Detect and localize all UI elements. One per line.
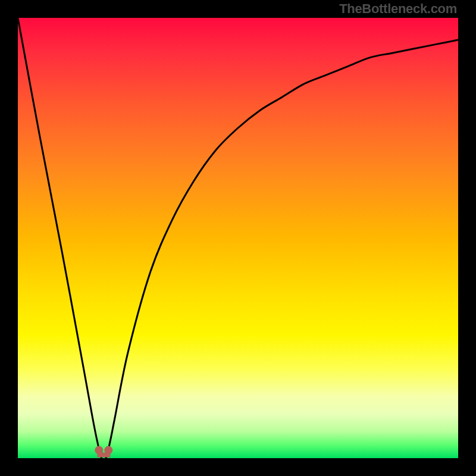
- watermark-label: TheBottleneck.com: [339, 1, 457, 17]
- chart-frame: TheBottleneck.com: [0, 0, 476, 476]
- optimal-point-marker: [95, 446, 112, 458]
- plot-area: [18, 18, 458, 458]
- svg-rect-2: [97, 453, 110, 458]
- bottleneck-curve: [18, 18, 458, 458]
- curve-layer: [18, 18, 458, 458]
